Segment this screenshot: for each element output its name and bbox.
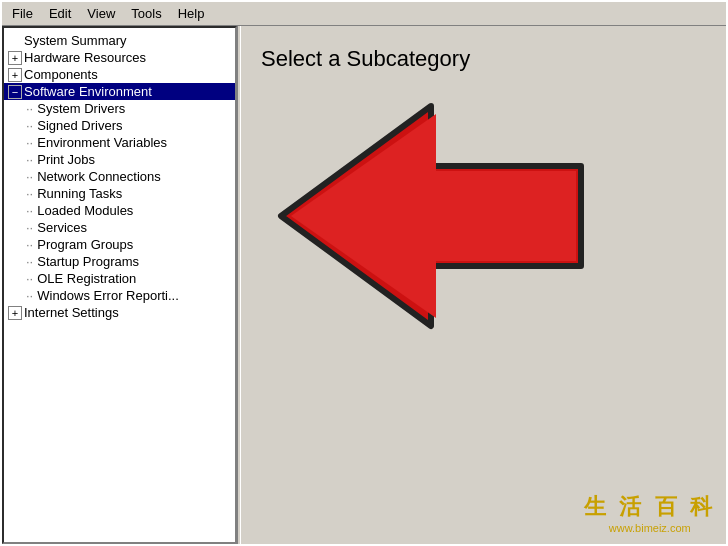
dots: ·· [26,101,33,116]
menubar: File Edit View Tools Help [2,2,726,26]
tree-label-software-environment: Software Environment [24,84,152,99]
tree-label-internet-settings: Internet Settings [24,305,119,320]
tree-item-program-groups[interactable]: ·· Program Groups [4,236,235,253]
dots: ·· [26,271,33,286]
expand-components[interactable]: + [8,68,22,82]
dots: ·· [26,203,33,218]
tree-label-environment-variables: Environment Variables [37,135,167,150]
menu-help[interactable]: Help [172,4,211,23]
expand-software-environment[interactable]: − [8,85,22,99]
main-window: File Edit View Tools Help System Summary… [0,0,728,546]
tree-label-hardware-resources: Hardware Resources [24,50,146,65]
dots: ·· [26,254,33,269]
tree-item-signed-drivers[interactable]: ·· Signed Drivers [4,117,235,134]
tree-label-startup-programs: Startup Programs [37,254,139,269]
dots: ·· [26,135,33,150]
dots: ·· [26,220,33,235]
menu-view[interactable]: View [81,4,121,23]
tree-item-environment-variables[interactable]: ·· Environment Variables [4,134,235,151]
tree-label-signed-drivers: Signed Drivers [37,118,122,133]
tree-label-program-groups: Program Groups [37,237,133,252]
tree-label-ole-registration: OLE Registration [37,271,136,286]
tree-item-system-drivers[interactable]: ·· System Drivers [4,100,235,117]
dots: ·· [26,237,33,252]
svg-marker-1 [291,114,576,318]
tree-item-loaded-modules[interactable]: ·· Loaded Modules [4,202,235,219]
tree-item-startup-programs[interactable]: ·· Startup Programs [4,253,235,270]
tree-label-windows-error-reporting: Windows Error Reporti... [37,288,179,303]
expand-internet-settings[interactable]: + [8,306,22,320]
tree-item-running-tasks[interactable]: ·· Running Tasks [4,185,235,202]
tree-item-hardware-resources[interactable]: + Hardware Resources [4,49,235,66]
menu-tools[interactable]: Tools [125,4,167,23]
tree-item-windows-error-reporting[interactable]: ·· Windows Error Reporti... [4,287,235,304]
dots: ·· [26,169,33,184]
tree-item-software-environment[interactable]: − Software Environment [4,83,235,100]
right-panel: Select a Subcategory 生 活 百 科 www.bimeiz.… [241,26,726,544]
dots: ·· [26,288,33,303]
watermark: 生 活 百 科 www.bimeiz.com [584,492,717,534]
tree-label-loaded-modules: Loaded Modules [37,203,133,218]
tree-panel[interactable]: System Summary + Hardware Resources + Co… [2,26,237,544]
red-arrow-icon [271,86,591,346]
dots: ·· [26,152,33,167]
watermark-url: www.bimeiz.com [584,522,717,534]
tree-label-print-jobs: Print Jobs [37,152,95,167]
tree-item-system-summary[interactable]: System Summary [4,32,235,49]
tree-label-components: Components [24,67,98,82]
tree-item-services[interactable]: ·· Services [4,219,235,236]
tree-item-network-connections[interactable]: ·· Network Connections [4,168,235,185]
tree-item-internet-settings[interactable]: + Internet Settings [4,304,235,321]
menu-file[interactable]: File [6,4,39,23]
tree-item-components[interactable]: + Components [4,66,235,83]
page-title: Select a Subcategory [261,46,706,72]
menu-edit[interactable]: Edit [43,4,77,23]
tree-label-system-summary: System Summary [24,33,127,48]
tree-item-print-jobs[interactable]: ·· Print Jobs [4,151,235,168]
tree-item-ole-registration[interactable]: ·· OLE Registration [4,270,235,287]
watermark-chinese-text: 生 活 百 科 [584,492,717,522]
tree-label-running-tasks: Running Tasks [37,186,122,201]
expand-hardware-resources[interactable]: + [8,51,22,65]
dots: ·· [26,118,33,133]
tree-label-system-drivers: System Drivers [37,101,125,116]
tree-label-network-connections: Network Connections [37,169,161,184]
tree-label-services: Services [37,220,87,235]
dots: ·· [26,186,33,201]
main-content: System Summary + Hardware Resources + Co… [2,26,726,544]
